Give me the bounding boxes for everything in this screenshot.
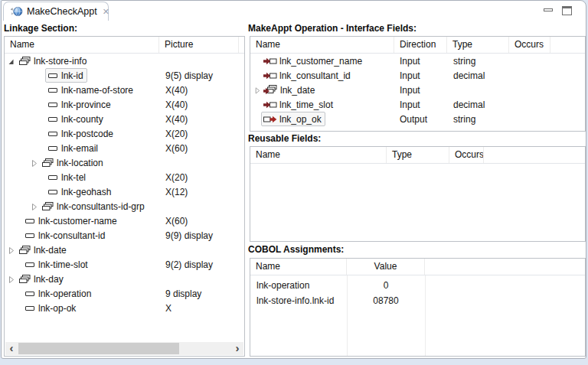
name-cell: lnk-tel <box>5 170 162 184</box>
name-cell: lnk_op_ok <box>250 112 394 126</box>
type-cell: string <box>447 56 509 67</box>
tree-cell: lnk-customer-name <box>22 213 121 228</box>
interface-table-header: NameDirectionTypeOccurs <box>250 37 585 54</box>
linkage-table: NamePicture lnk-store-infolnk-id9(5) dis… <box>4 36 245 357</box>
view-toolbar <box>544 6 572 15</box>
field-name: lnk-county <box>61 114 103 125</box>
table-row[interactable]: lnk-operation9 display <box>5 286 244 301</box>
column-header-picture[interactable]: Picture <box>159 37 239 53</box>
column-header-name[interactable]: Name <box>250 37 394 53</box>
table-row[interactable]: lnk-postcodeX(20) <box>5 126 244 141</box>
collapse-arrow-icon[interactable] <box>6 246 16 255</box>
column-header-name[interactable]: Name <box>250 147 387 163</box>
table-row[interactable]: lnk-location <box>5 155 244 170</box>
tree-cell: lnk-postcode <box>45 126 117 141</box>
value-cell: 08780 <box>347 295 425 306</box>
column-header-direction[interactable]: Direction <box>394 37 447 53</box>
picture-cell: X(40) <box>162 85 244 96</box>
field-name: lnk-postcode <box>61 129 113 139</box>
column-header-occurs[interactable]: Occurs <box>449 147 484 163</box>
elementary-item-icon <box>47 187 59 197</box>
table-row[interactable]: lnk_customer_nameInputstring <box>250 54 585 68</box>
scroll-left-icon[interactable]: ‹ <box>5 342 18 355</box>
table-row[interactable]: lnk_op_okOutputstring <box>250 112 585 126</box>
scroll-right-icon[interactable]: › <box>231 342 243 355</box>
table-row[interactable]: lnk-customer-nameX(60) <box>5 213 244 228</box>
table-row[interactable]: lnk-consultants-id-grp <box>5 199 244 213</box>
elementary-item-icon <box>47 143 59 154</box>
name-cell: lnk-geohash <box>5 184 162 199</box>
field-name: lnk-consultant-id <box>38 230 105 241</box>
elementary-item-icon <box>47 99 59 110</box>
field-name: lnk-date <box>34 245 67 256</box>
column-header-name[interactable]: Name <box>250 259 347 275</box>
minimize-icon[interactable] <box>544 8 553 11</box>
tree-cell: lnk_consultant_id <box>261 68 354 83</box>
value-cell: 0 <box>347 280 425 291</box>
name-cell: lnk-id <box>5 68 162 83</box>
table-row[interactable]: lnk-day <box>5 272 244 286</box>
name-cell: lnk_time_slot <box>250 97 394 112</box>
tab-makecheckappt[interactable]: MakeCheckAppt ✕ <box>3 2 109 21</box>
name-cell: lnk-operation <box>250 280 347 291</box>
table-row[interactable]: lnk-consultant-id9(9) display <box>5 228 244 243</box>
field-name: lnk-province <box>61 99 111 110</box>
cobol-table-header: NameValue <box>250 259 585 275</box>
reusable-fields-table: NameTypeOccurs <box>250 146 586 242</box>
elementary-item-icon <box>47 85 59 96</box>
collapse-arrow-icon[interactable] <box>6 275 16 284</box>
horizontal-scrollbar[interactable]: ‹ › <box>5 342 243 355</box>
input-field-icon <box>263 99 277 110</box>
table-row[interactable]: lnk-date <box>5 243 244 257</box>
field-name: lnk_customer_name <box>279 56 362 67</box>
picture-cell: 9(5) display <box>162 70 244 81</box>
column-header-type[interactable]: Type <box>387 147 449 163</box>
collapse-arrow-icon[interactable] <box>29 158 39 168</box>
table-row[interactable]: lnk-countyX(40) <box>5 112 244 126</box>
cobol-assignments-label: COBOL Assignments: <box>248 244 344 255</box>
table-row[interactable]: lnk-name-of-storeX(40) <box>5 83 244 97</box>
table-row[interactable]: lnk_time_slotInputdecimal <box>250 97 585 112</box>
picture-cell: 9(2) display <box>162 259 244 270</box>
picture-cell: 9 display <box>162 288 244 299</box>
table-row[interactable]: lnk-store-info <box>5 54 244 68</box>
expand-arrow-icon[interactable] <box>6 57 16 66</box>
table-row[interactable]: lnk-telX(20) <box>5 170 244 184</box>
field-name: lnk-email <box>61 143 98 154</box>
collapse-arrow-icon[interactable] <box>29 202 39 211</box>
maximize-icon[interactable] <box>562 6 572 15</box>
table-row[interactable]: lnk-provinceX(40) <box>5 97 244 112</box>
column-header-occurs[interactable]: Occurs <box>509 37 550 53</box>
table-row[interactable]: lnk-time-slot9(2) display <box>5 257 244 272</box>
table-row[interactable]: lnk-emailX(60) <box>5 141 244 155</box>
output-field-icon <box>263 114 277 125</box>
field-name: lnk-consultants-id-grp <box>57 201 145 212</box>
service-globe-icon <box>10 5 23 18</box>
table-row[interactable]: lnk_dateInput <box>250 83 585 97</box>
interface-fields-label: MakeAppt Operation - Interface Fields: <box>248 23 416 34</box>
table-row[interactable]: lnk_consultant_idInputdecimal <box>250 68 585 83</box>
tree-cell: lnk_date <box>261 83 318 97</box>
picture-cell: X(60) <box>162 216 244 226</box>
table-row[interactable]: lnk-store-info.lnk-id08780 <box>250 293 585 308</box>
cobol-table-body: lnk-operation0lnk-store-info.lnk-id08780 <box>250 275 585 356</box>
name-cell: lnk-date <box>5 243 162 257</box>
elementary-item-icon <box>47 129 59 139</box>
name-cell: lnk-store-info <box>5 54 162 68</box>
field-name: lnk-operation <box>38 288 91 299</box>
column-header-type[interactable]: Type <box>447 37 509 53</box>
table-row[interactable]: lnk-operation0 <box>250 278 585 293</box>
close-icon[interactable]: ✕ <box>103 8 109 16</box>
name-cell: lnk-name-of-store <box>5 83 162 97</box>
table-row[interactable]: lnk-geohashX(12) <box>5 184 244 199</box>
column-header-value[interactable]: Value <box>347 259 425 275</box>
tree-cell: lnk-store-info <box>16 54 90 68</box>
table-row[interactable]: lnk-id9(5) display <box>5 68 244 83</box>
table-row[interactable]: lnk-op-okX <box>5 301 244 315</box>
scrollbar-thumb[interactable] <box>18 343 179 354</box>
type-cell: string <box>447 114 509 125</box>
collapse-arrow-icon[interactable] <box>253 86 261 95</box>
column-header-name[interactable]: Name <box>5 37 159 53</box>
tree-cell: lnk-operation <box>22 286 95 301</box>
elementary-item-icon <box>24 259 36 270</box>
